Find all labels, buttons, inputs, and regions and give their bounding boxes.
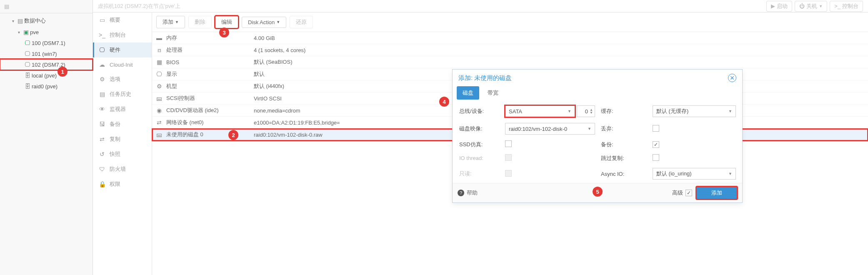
tab-snapshots[interactable]: ↺快照 bbox=[93, 147, 152, 162]
tab-backup[interactable]: 🖫备份 bbox=[93, 117, 152, 132]
disc-icon: ◉ bbox=[152, 107, 166, 114]
lock-icon: 🔒 bbox=[99, 181, 105, 188]
ssdemul-checkbox[interactable] bbox=[505, 140, 512, 147]
label-readonly: 只读: bbox=[459, 170, 499, 178]
callout-4: 4 bbox=[439, 97, 449, 107]
tree-node-pve[interactable]: ▾ ▣ pve bbox=[0, 27, 93, 38]
label-skiprepl: 跳过复制: bbox=[601, 155, 647, 162]
tree-label: pve bbox=[30, 29, 39, 35]
backup-checkbox[interactable] bbox=[653, 141, 659, 148]
cpu-icon: ⧈ bbox=[152, 47, 166, 54]
console-button[interactable]: >_控制台 bbox=[830, 1, 863, 12]
readonly-checkbox bbox=[505, 170, 512, 177]
callout-3: 3 bbox=[219, 28, 229, 38]
add-disk-dialog: 添加: 未使用的磁盘 × 磁盘 带宽 总线/设备: SATA▼ 0▲▼ 缓存: … bbox=[452, 69, 743, 203]
hw-row-processor[interactable]: ⧈ 处理器 4 (1 sockets, 4 cores) bbox=[152, 44, 868, 56]
spinner-arrows-icon: ▲▼ bbox=[590, 108, 593, 114]
diskimage-select[interactable]: raid0:102/vm-102-disk-0▼ bbox=[505, 123, 595, 135]
skiprepl-checkbox[interactable] bbox=[653, 154, 659, 161]
play-icon: ▶ bbox=[771, 3, 775, 9]
tree-vm-102[interactable]: 🖵 102 (DSM7.2) bbox=[0, 59, 93, 70]
tab-summary[interactable]: ▭概要 bbox=[93, 12, 152, 28]
advanced-toggle[interactable]: 高级 bbox=[672, 189, 692, 197]
bus-device-group: SATA▼ 0▲▼ bbox=[505, 105, 595, 117]
bus-index-spinner[interactable]: 0▲▼ bbox=[577, 105, 595, 117]
add-button[interactable]: 添加▼ bbox=[156, 16, 185, 28]
shield-icon: 🛡 bbox=[99, 166, 105, 172]
tree-panel: ▤ ▾ ▤ 数据中心 ▾ ▣ pve 🖵 100 (DSM7.1) 🖵 101 … bbox=[0, 0, 93, 275]
shutdown-button[interactable]: ⏻关机▼ bbox=[795, 1, 827, 12]
help-button[interactable]: ?帮助 bbox=[458, 189, 478, 197]
start-button[interactable]: ▶启动 bbox=[766, 1, 792, 12]
tab-disk[interactable]: 磁盘 bbox=[457, 86, 479, 100]
monitor-icon: 🖵 bbox=[99, 47, 105, 53]
remove-button[interactable]: 删除 bbox=[188, 16, 212, 28]
server-stack-icon: ▤ bbox=[4, 3, 9, 10]
tab-monitor[interactable]: 👁监视器 bbox=[93, 102, 152, 117]
help-icon: ? bbox=[458, 190, 464, 196]
tab-hardware[interactable]: 🖵硬件 bbox=[93, 42, 152, 58]
chevron-down-icon: ▼ bbox=[276, 20, 280, 24]
label-backup: 备份: bbox=[601, 141, 647, 148]
tree-label: 数据中心 bbox=[24, 17, 46, 25]
tree-storage-local[interactable]: 🗄 local (pve) bbox=[0, 70, 93, 81]
hardware-toolbar: 添加▼ 删除 编辑 Disk Action▼ 还原 bbox=[152, 12, 868, 32]
tree-storage-raid0[interactable]: 🗄 raid0 (pve) bbox=[0, 81, 93, 92]
tree-label: raid0 (pve) bbox=[32, 83, 58, 90]
tab-options[interactable]: ⚙选项 bbox=[93, 72, 152, 87]
cache-select[interactable]: 默认 (无缓存)▼ bbox=[653, 105, 736, 117]
tab-console[interactable]: >_控制台 bbox=[93, 28, 152, 42]
monitor-icon: 🖵 bbox=[152, 71, 166, 78]
edit-button[interactable]: 编辑 bbox=[215, 16, 238, 28]
label-bus: 总线/设备: bbox=[459, 108, 499, 115]
terminal-icon: >_ bbox=[834, 3, 840, 9]
collapse-icon[interactable]: ▾ bbox=[10, 19, 16, 23]
server-stack-icon: ▤ bbox=[16, 18, 24, 24]
tab-cloudinit[interactable]: ☁Cloud-Init bbox=[93, 58, 152, 72]
chip-icon: ▦ bbox=[152, 59, 166, 65]
tab-bandwidth[interactable]: 带宽 bbox=[482, 86, 504, 100]
label-ssdemul: SSD仿真: bbox=[459, 141, 499, 148]
disk-action-button[interactable]: Disk Action▼ bbox=[242, 17, 286, 28]
monitor-icon: 🖵 bbox=[23, 50, 32, 57]
tree-vm-101[interactable]: 🖵 101 (win7) bbox=[0, 48, 93, 59]
label-discard: 丢弃: bbox=[601, 125, 647, 132]
callout-2: 2 bbox=[228, 130, 238, 140]
chevron-down-icon: ▼ bbox=[568, 109, 571, 113]
tab-permissions[interactable]: 🔒权限 bbox=[93, 177, 152, 192]
discard-checkbox[interactable] bbox=[653, 125, 659, 132]
callout-1: 1 bbox=[58, 67, 68, 77]
hdd-icon: 🖴 bbox=[152, 95, 166, 102]
advanced-checkbox[interactable] bbox=[685, 190, 692, 196]
tab-replication[interactable]: ⇄复制 bbox=[93, 132, 152, 147]
hw-row-bios[interactable]: ▦ BIOS 默认 (SeaBIOS) bbox=[152, 56, 868, 68]
network-icon: ⇄ bbox=[152, 119, 166, 126]
tree-vm-100[interactable]: 🖵 100 (DSM7.1) bbox=[0, 38, 93, 48]
restore-button[interactable]: 还原 bbox=[290, 16, 313, 28]
collapse-icon[interactable]: ▾ bbox=[16, 30, 22, 35]
replicate-icon: ⇄ bbox=[99, 136, 105, 142]
chevron-down-icon: ▼ bbox=[175, 20, 179, 24]
memory-icon: ▬ bbox=[152, 35, 166, 41]
dialog-tabs: 磁盘 带宽 bbox=[453, 86, 742, 100]
gears-icon: ⚙ bbox=[152, 83, 166, 90]
bus-select[interactable]: SATA▼ bbox=[505, 105, 575, 117]
cloud-icon: ☁ bbox=[99, 61, 105, 68]
tab-taskhistory[interactable]: ▤任务历史 bbox=[93, 87, 152, 102]
add-submit-button[interactable]: 添加 bbox=[696, 187, 737, 199]
gear-icon: ⚙ bbox=[99, 76, 105, 82]
history-icon: ↺ bbox=[99, 151, 105, 158]
chevron-down-icon: ▼ bbox=[728, 109, 732, 113]
tab-firewall[interactable]: 🛡防火墙 bbox=[93, 162, 152, 177]
chevron-down-icon: ▼ bbox=[819, 4, 823, 8]
asyncio-select[interactable]: 默认 (io_uring)▼ bbox=[653, 168, 736, 180]
hw-row-memory[interactable]: ▬ 内存 4.00 GiB bbox=[152, 32, 868, 44]
monitor-icon: 🖵 bbox=[23, 40, 32, 46]
list-icon: ▤ bbox=[99, 91, 105, 98]
book-icon: ▭ bbox=[99, 17, 105, 23]
save-icon: 🖫 bbox=[99, 121, 105, 128]
close-button[interactable]: × bbox=[728, 74, 736, 82]
label-iothread: IO thread: bbox=[459, 155, 499, 161]
tree-datacenter[interactable]: ▾ ▤ 数据中心 bbox=[0, 15, 93, 27]
close-icon: × bbox=[730, 74, 735, 82]
